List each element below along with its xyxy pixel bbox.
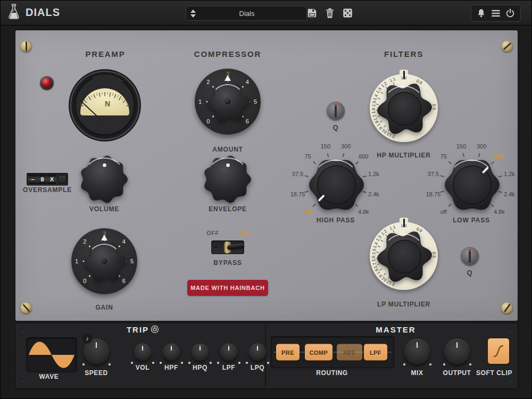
save-preset-button[interactable] <box>305 5 319 20</box>
plugin-window: DIALS Dials <box>0 0 532 399</box>
section-title-filters: FILTERS <box>384 49 423 59</box>
wave-display[interactable] <box>26 337 77 372</box>
dial-knob <box>444 156 499 212</box>
soft-clip-button[interactable] <box>488 338 509 364</box>
routing-label: ROUTING <box>316 369 348 377</box>
power-icon <box>505 9 515 18</box>
amount-label: AMOUNT <box>212 146 243 153</box>
knob-range-dot <box>160 362 162 364</box>
tempo-sync-note-icon[interactable]: ♪ <box>82 334 92 343</box>
dial-scale-label: 1 <box>75 258 78 264</box>
knob-range-dot <box>131 362 133 364</box>
topbar: DIALS Dials <box>1 1 531 26</box>
wave-label: WAVE <box>39 373 59 380</box>
vu-meter: N <box>68 68 142 143</box>
panel-dot <box>22 380 24 382</box>
mix-label: MIX <box>411 369 423 377</box>
dial-scale-label: 18.75 <box>426 191 441 197</box>
speed-label: SPEED <box>85 369 108 377</box>
knob-range-dot <box>267 362 269 364</box>
preset-down-arrow-icon[interactable] <box>190 14 196 18</box>
section-title-compressor: COMPRESSOR <box>194 49 261 59</box>
routing-button-comp[interactable]: COMP <box>305 344 332 361</box>
trip-knob-hpq[interactable] <box>192 344 209 361</box>
knob-range-dot <box>238 362 240 364</box>
trip-power-button[interactable] <box>151 326 159 334</box>
screw-bottom-left <box>20 302 32 314</box>
trip-knob-lpf[interactable] <box>220 344 237 361</box>
trip-knob-hpf[interactable] <box>163 344 180 361</box>
envelope-knob[interactable] <box>202 154 253 205</box>
knob-range-dot <box>210 362 212 364</box>
screw-bottom-right <box>501 302 513 314</box>
amount-dial[interactable]: 0123456 <box>184 58 271 145</box>
preset-selector[interactable]: Dials <box>186 6 307 21</box>
floppy-save-icon <box>307 8 317 18</box>
bell-icon <box>477 9 486 18</box>
oversample-button[interactable] <box>58 175 66 184</box>
lp-q-knob[interactable] <box>461 247 479 265</box>
soft-clip-curve-icon <box>492 343 505 359</box>
notifications-button[interactable] <box>477 9 486 18</box>
lp-multiplier-dial[interactable]: 2.12.01.91.81.71.61.51.41.31.21.11.00.90… <box>364 216 444 296</box>
oversample-wheel: X <box>47 174 56 184</box>
screw-top-left <box>20 40 32 52</box>
knob-max-dot <box>429 363 431 365</box>
routing-button-pre[interactable]: PRE <box>276 344 300 361</box>
routing-button-lpf[interactable]: LPF <box>364 344 387 361</box>
preset-up-arrow-icon[interactable] <box>190 10 196 13</box>
dial-scale-label: 5 <box>130 258 134 264</box>
dial-scale-label: 37.5 <box>428 171 439 177</box>
trip-knob-vol[interactable] <box>134 344 151 361</box>
menu-button[interactable] <box>491 9 501 18</box>
section-title-preamp: PREAMP <box>86 49 126 59</box>
dial-scale-label: 1.6 <box>371 107 376 114</box>
bypass-switch[interactable] <box>211 240 244 254</box>
output-label: OUTPUT <box>443 369 471 377</box>
trip-knob-lpq[interactable] <box>249 344 266 361</box>
oversample-wheel: – <box>28 174 37 184</box>
switch-screw <box>215 246 217 248</box>
dial-knob <box>376 80 431 136</box>
screw-top-right <box>501 40 513 52</box>
trip-knob-label: LPF <box>222 364 235 371</box>
lp-q-label: Q <box>467 269 473 277</box>
knob-max-dot <box>109 363 111 365</box>
trip-knob-label: HPF <box>164 364 178 371</box>
knob-min-dot <box>443 363 445 365</box>
random-preset-button[interactable] <box>340 5 354 20</box>
mix-knob[interactable] <box>404 339 430 364</box>
knob-center-dot <box>225 99 230 104</box>
made-with-hainbach-badge[interactable]: MADE WITH HAINBACH <box>187 280 268 296</box>
dial-scale-label: 150 <box>321 143 330 149</box>
knob-center-dot <box>102 259 107 264</box>
preset-prev-next-arrows[interactable] <box>186 6 200 20</box>
knob-range-dot <box>246 362 248 364</box>
volume-knob[interactable] <box>79 154 130 205</box>
sine-wave-icon <box>26 337 77 372</box>
dial-scale-label: 1.2k <box>368 171 379 177</box>
bypass-off-label: OFF <box>206 230 219 236</box>
low-pass-label: LOW PASS <box>453 217 490 224</box>
panel-dot <box>509 330 511 332</box>
power-button[interactable] <box>505 9 515 18</box>
trip-title: TRIP <box>127 325 149 334</box>
hp-q-knob[interactable] <box>327 102 345 120</box>
output-knob[interactable] <box>444 339 470 364</box>
meter-letter: N <box>105 99 110 108</box>
oversample-switch[interactable]: – 8 X <box>27 173 68 186</box>
routing-button-hpf[interactable]: HPF <box>337 344 362 361</box>
gain-dial[interactable]: 0123456 <box>61 218 148 305</box>
brand: DIALS <box>7 4 60 21</box>
knob-min-dot <box>82 363 85 365</box>
dial-scale-label: 1.2k <box>504 171 515 177</box>
bottom-bar: TRIP WAVE ♪ SPEED VOLHPFHPQLPFLPQ MASTER… <box>15 323 518 388</box>
knob-range-dot <box>188 362 190 364</box>
delete-preset-button[interactable] <box>323 5 337 20</box>
dial-scale-label: 18.75 <box>290 191 305 197</box>
gain-label: GAIN <box>95 304 113 311</box>
flask-logo-icon <box>7 4 21 21</box>
high-pass-label: HIGH PASS <box>317 217 355 224</box>
dice-icon <box>343 8 353 18</box>
dial-scale-label: 37.5 <box>292 171 303 177</box>
